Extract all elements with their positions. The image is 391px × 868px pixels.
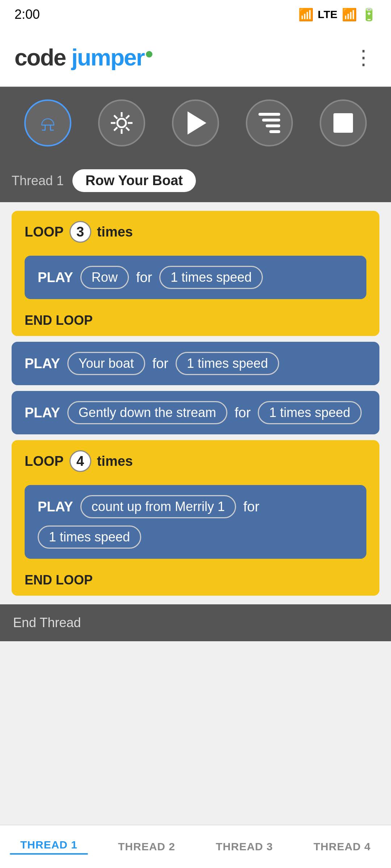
end-thread: End Thread bbox=[0, 604, 391, 641]
play-your-boat: PLAY Your boat for 1 times speed bbox=[12, 342, 379, 385]
play2-for: for bbox=[152, 356, 168, 371]
thread-label: Thread 1 bbox=[12, 173, 64, 188]
loop-1-play-label: PLAY bbox=[38, 270, 73, 285]
loop-block-2: LOOP 4 times PLAY count up from Merrily … bbox=[12, 440, 379, 596]
logo-code: code bbox=[14, 44, 71, 71]
loop-2-header: LOOP 4 times bbox=[12, 440, 379, 482]
loop-1-end: END LOOP bbox=[12, 305, 379, 336]
tab-thread2[interactable]: THREAD 2 bbox=[98, 825, 196, 868]
play3-word[interactable]: Gently down the stream bbox=[67, 401, 227, 424]
loop-1-speed[interactable]: 1 times speed bbox=[159, 266, 263, 289]
loop-2-play-word[interactable]: count up from Merrily 1 bbox=[80, 495, 236, 518]
signal-icon: 📶 bbox=[342, 7, 357, 22]
tab-thread1-indicator bbox=[10, 853, 88, 855]
loop-2-inner: PLAY count up from Merrily 1 for 1 times… bbox=[12, 482, 379, 565]
play2-label: PLAY bbox=[25, 356, 60, 371]
tab-thread1-label: THREAD 1 bbox=[20, 839, 77, 851]
logo-text: code jumper bbox=[14, 44, 152, 71]
loop-1-inner: PLAY Row for 1 times speed bbox=[12, 253, 379, 305]
tab-thread3-label: THREAD 3 bbox=[216, 841, 273, 853]
tab-thread4-label: THREAD 4 bbox=[314, 841, 371, 853]
svg-line-8 bbox=[114, 127, 117, 131]
play2-speed[interactable]: 1 times speed bbox=[176, 352, 279, 375]
status-icons: 📶 LTE 📶 🔋 bbox=[298, 7, 377, 22]
loop-2-for-text: for bbox=[243, 499, 259, 515]
play2-word[interactable]: Your boat bbox=[67, 352, 145, 375]
svg-point-0 bbox=[117, 119, 126, 127]
end-thread-text: End Thread bbox=[13, 615, 81, 630]
play3-for: for bbox=[235, 405, 251, 421]
loop-2-count[interactable]: 4 bbox=[70, 450, 91, 472]
loop-2-end: END LOOP bbox=[12, 565, 379, 596]
loop-1-for-text: for bbox=[136, 270, 152, 285]
loop-2-keyword: LOOP bbox=[25, 454, 64, 469]
loop-2-speed[interactable]: 1 times speed bbox=[38, 526, 141, 549]
play-gently: PLAY Gently down the stream for 1 times … bbox=[12, 391, 379, 434]
more-icon: ⋮ bbox=[353, 47, 374, 68]
toolbar: ⍾ bbox=[0, 87, 391, 159]
loop-1-play-word[interactable]: Row bbox=[80, 266, 129, 289]
gear-icon bbox=[109, 110, 134, 136]
bottom-tabs: THREAD 1 THREAD 2 THREAD 3 THREAD 4 bbox=[0, 825, 391, 868]
battery-icon: 🔋 bbox=[361, 7, 377, 22]
loop-1-times: times bbox=[97, 224, 133, 240]
svg-line-6 bbox=[126, 127, 129, 131]
loop-2-times: times bbox=[97, 454, 133, 469]
logo-jumper: jumper bbox=[71, 44, 144, 71]
tab-thread2-label: THREAD 2 bbox=[118, 841, 175, 853]
settings-button[interactable] bbox=[98, 99, 145, 146]
content-area: LOOP 3 times PLAY Row for 1 times speed … bbox=[0, 202, 391, 853]
logo-dot bbox=[146, 51, 152, 58]
play-button[interactable] bbox=[172, 99, 219, 146]
wifi-icon: 📶 bbox=[298, 7, 314, 22]
tab-thread1[interactable]: THREAD 1 bbox=[0, 825, 98, 868]
thread-header: Thread 1 Row Your Boat bbox=[0, 159, 391, 202]
loop-1-count[interactable]: 3 bbox=[70, 221, 91, 243]
bluetooth-icon: ⍾ bbox=[41, 111, 54, 136]
loop-2-play-label: PLAY bbox=[38, 499, 73, 515]
stop-button[interactable] bbox=[320, 99, 367, 146]
loop-1-keyword: LOOP bbox=[25, 224, 64, 240]
volume-icon bbox=[258, 113, 280, 133]
thread-name-badge[interactable]: Row Your Boat bbox=[72, 169, 196, 192]
play3-speed[interactable]: 1 times speed bbox=[258, 401, 361, 424]
loop-block-1: LOOP 3 times PLAY Row for 1 times speed … bbox=[12, 211, 379, 336]
loop-2-play-block: PLAY count up from Merrily 1 for 1 times… bbox=[25, 485, 366, 559]
blocks-container: LOOP 3 times PLAY Row for 1 times speed … bbox=[0, 202, 391, 604]
volume-button[interactable] bbox=[246, 99, 293, 146]
logo: code jumper bbox=[14, 44, 350, 71]
more-button[interactable]: ⋮ bbox=[350, 44, 377, 71]
stop-icon bbox=[333, 113, 353, 133]
status-time: 2:00 bbox=[14, 7, 40, 22]
app-header: code jumper ⋮ bbox=[0, 29, 391, 87]
tab-thread3[interactable]: THREAD 3 bbox=[196, 825, 293, 868]
status-bar: 2:00 📶 LTE 📶 🔋 bbox=[0, 0, 391, 29]
loop-1-play-block: PLAY Row for 1 times speed bbox=[25, 256, 366, 299]
lte-icon: LTE bbox=[318, 8, 337, 21]
tab-thread4[interactable]: THREAD 4 bbox=[293, 825, 391, 868]
loop-1-header: LOOP 3 times bbox=[12, 211, 379, 253]
play-icon bbox=[188, 111, 206, 135]
play3-label: PLAY bbox=[25, 405, 60, 421]
svg-line-5 bbox=[114, 115, 117, 119]
svg-line-7 bbox=[126, 115, 129, 119]
bluetooth-button[interactable]: ⍾ bbox=[24, 99, 71, 146]
